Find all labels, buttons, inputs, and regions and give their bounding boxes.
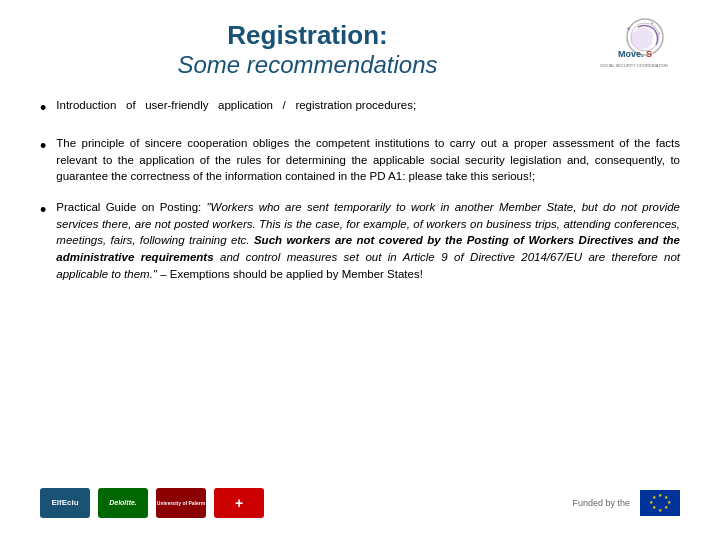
bullet-2-icon: •	[40, 133, 46, 159]
eu-flag-logo: ★ ★ ★ ★ ★ ★ ★ ★	[640, 490, 680, 516]
svg-text:SOCIAL SECURITY COORDINATION: SOCIAL SECURITY COORDINATION	[600, 63, 668, 68]
footer: EIfEciu Deloitte. University of Palerm +…	[0, 475, 720, 530]
bullet-3-text: Practical Guide on Posting: "Workers who…	[56, 199, 680, 282]
header: Registration: Some recommendations Move.…	[40, 20, 680, 79]
bullet-3-icon: •	[40, 197, 46, 223]
footer-right: Funded by the ★ ★ ★ ★ ★ ★ ★ ★	[572, 490, 680, 516]
svg-text:Move.: Move.	[618, 49, 644, 59]
moves-logo: Move. S ✦ ✦ ✦ SOCIAL SECURITY COORDINATI…	[590, 15, 675, 70]
content-area: • Introduction of user-friendly applicat…	[40, 97, 680, 282]
etf-logo: EIfEciu	[40, 488, 90, 518]
funded-by-text: Funded by the	[572, 498, 630, 508]
deloitte-logo: Deloitte.	[98, 488, 148, 518]
university-logo: University of Palerm	[156, 488, 206, 518]
svg-text:✦: ✦	[626, 26, 631, 32]
title-main: Registration:	[40, 20, 575, 51]
title-sub: Some recommendations	[40, 51, 575, 79]
bullet-item-2: • The principle of sincere cooperation o…	[40, 135, 680, 185]
italic-text-1: "Workers who are sent temporarily to wor…	[56, 201, 680, 280]
bullet-item-3: • Practical Guide on Posting: "Workers w…	[40, 199, 680, 282]
bullet-1-icon: •	[40, 95, 46, 121]
logo-area: Move. S ✦ ✦ ✦ SOCIAL SECURITY COORDINATI…	[590, 15, 680, 74]
footer-logos-left: EIfEciu Deloitte. University of Palerm +	[40, 488, 264, 518]
svg-text:✦: ✦	[658, 31, 662, 36]
cross-logo: +	[214, 488, 264, 518]
bold-italic-text: Such workers are not covered by the Post…	[56, 234, 680, 263]
eu-flag-svg: ★ ★ ★ ★ ★ ★ ★ ★	[640, 490, 680, 516]
bullet-item-1: • Introduction of user-friendly applicat…	[40, 97, 680, 121]
svg-text:S: S	[646, 49, 652, 59]
slide: Registration: Some recommendations Move.…	[0, 0, 720, 540]
svg-text:✦: ✦	[650, 20, 654, 26]
title-block: Registration: Some recommendations	[40, 20, 575, 79]
bullet-2-text: The principle of sincere cooperation obl…	[56, 135, 680, 185]
bullet-1-text: Introduction of user-friendly applicatio…	[56, 97, 680, 114]
